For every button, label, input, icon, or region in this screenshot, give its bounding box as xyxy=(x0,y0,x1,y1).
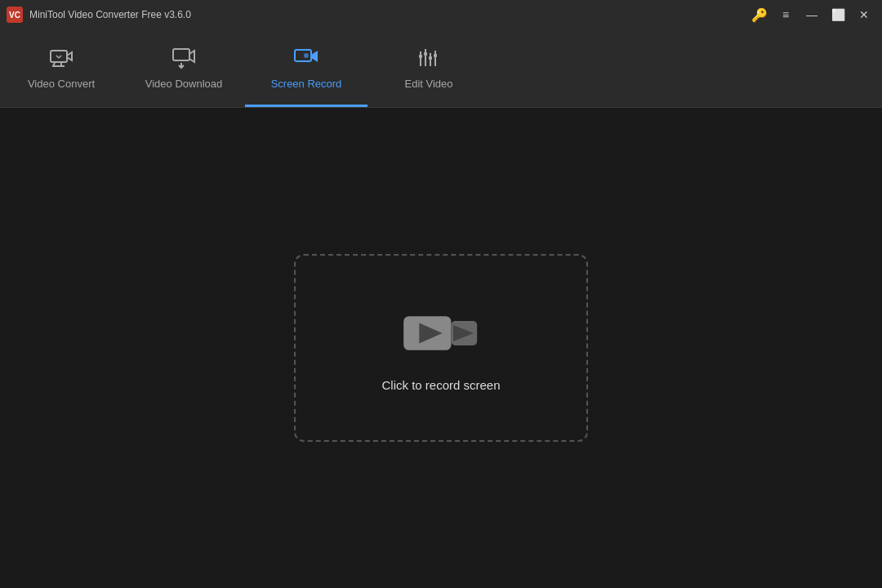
app-title: MiniTool Video Converter Free v3.6.0 xyxy=(29,9,191,20)
tab-screen-record-label: Screen Record xyxy=(271,78,342,90)
nav-tabs: Video Convert Video Download Screen Reco… xyxy=(0,29,882,108)
video-download-icon xyxy=(171,45,197,71)
svg-rect-7 xyxy=(434,54,437,57)
title-bar-left: VC MiniTool Video Converter Free v3.6.0 xyxy=(7,7,191,23)
minimize-button[interactable]: — xyxy=(800,6,823,24)
close-button[interactable]: ✕ xyxy=(853,6,875,24)
minimize-icon: — xyxy=(806,8,817,21)
svg-rect-1 xyxy=(173,49,189,60)
tab-video-download-label: Video Download xyxy=(145,78,222,90)
app-logo: VC xyxy=(7,7,23,23)
menu-icon: ≡ xyxy=(782,8,789,21)
record-camera-icon xyxy=(400,305,482,362)
svg-rect-4 xyxy=(419,55,422,58)
edit-video-icon xyxy=(416,45,442,71)
record-area[interactable]: Click to record screen xyxy=(294,254,588,442)
close-icon: ✕ xyxy=(859,8,869,21)
video-convert-icon xyxy=(48,45,74,71)
maximize-button[interactable]: ⬜ xyxy=(826,6,849,24)
tab-video-convert[interactable]: Video Convert xyxy=(0,29,122,107)
screen-record-icon xyxy=(293,45,319,71)
tab-edit-video[interactable]: Edit Video xyxy=(368,29,490,107)
menu-button[interactable]: ≡ xyxy=(774,6,797,24)
tab-screen-record[interactable]: Screen Record xyxy=(245,29,368,107)
key-button[interactable]: 🔑 xyxy=(748,6,771,24)
svg-rect-5 xyxy=(424,52,427,56)
title-bar-controls: 🔑 ≡ — ⬜ ✕ xyxy=(748,6,875,24)
key-icon: 🔑 xyxy=(751,7,768,23)
title-bar: VC MiniTool Video Converter Free v3.6.0 … xyxy=(0,0,882,29)
tab-edit-video-label: Edit Video xyxy=(404,78,452,90)
maximize-icon: ⬜ xyxy=(831,8,845,21)
svg-rect-0 xyxy=(51,51,67,62)
click-to-record-label: Click to record screen xyxy=(381,378,500,392)
main-content: Click to record screen xyxy=(0,108,882,588)
svg-rect-6 xyxy=(429,56,432,60)
tab-video-download[interactable]: Video Download xyxy=(122,29,245,107)
svg-point-3 xyxy=(304,53,309,58)
tab-video-convert-label: Video Convert xyxy=(28,78,95,90)
